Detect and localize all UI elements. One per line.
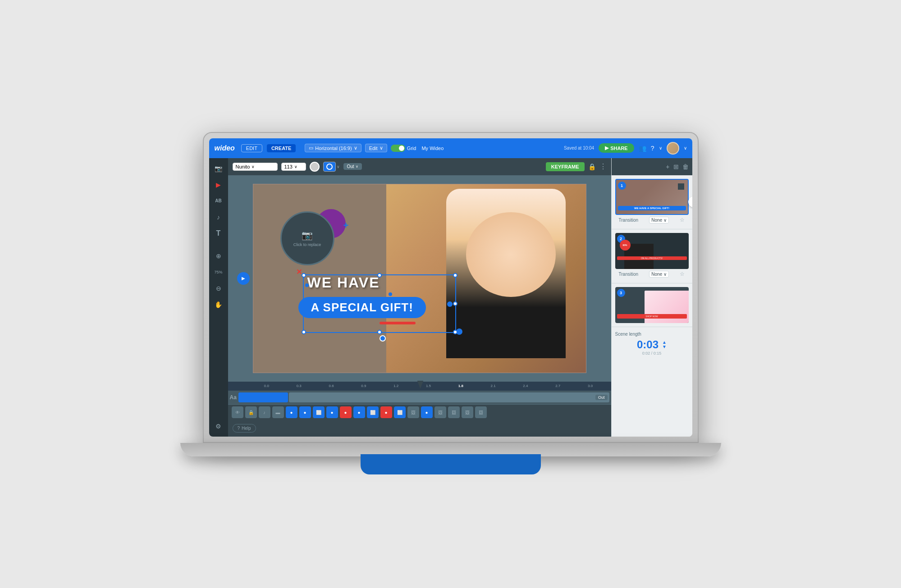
- ruler-2.4: 2.4: [509, 384, 542, 388]
- sidebar-item-zoom-out[interactable]: ⊖: [212, 282, 225, 295]
- timeline-aa-label: Aa: [230, 394, 237, 401]
- edit-button[interactable]: EDIT: [241, 144, 262, 152]
- logo: wideo: [215, 144, 235, 152]
- sidebar-item-ab[interactable]: AB: [212, 194, 225, 208]
- timeline-main-track[interactable]: Out: [289, 392, 609, 402]
- shape-icon-2[interactable]: ●: [299, 406, 311, 418]
- image-icon-4[interactable]: 🖼: [462, 406, 473, 418]
- text-color-picker[interactable]: ∨: [323, 162, 340, 172]
- image-icon-2[interactable]: 🖼: [434, 406, 446, 418]
- shape-icon-3[interactable]: ⬜: [313, 406, 325, 418]
- saved-text: Saved at 10:04: [564, 146, 594, 150]
- play-button[interactable]: ▶: [237, 272, 250, 285]
- eye-icon[interactable]: 👁: [232, 406, 243, 418]
- click-to-replace: Click to replace: [293, 242, 321, 247]
- sidebar-item-video[interactable]: ▶: [212, 178, 225, 191]
- canvas-text-line2[interactable]: A SPECIAL GIFT!: [298, 297, 426, 318]
- star-icon-2[interactable]: ☆: [680, 271, 685, 277]
- lock-icon[interactable]: 🔒: [245, 406, 257, 418]
- transition-row-1: Transition None ∨ ☆: [615, 215, 689, 225]
- toggle-switch[interactable]: [391, 145, 405, 152]
- keyframe-button[interactable]: KEYFRAME: [546, 162, 585, 171]
- trash-icon[interactable]: 🗑: [682, 163, 689, 170]
- chevron-down-icon: ∨: [663, 272, 667, 277]
- handle-bl[interactable]: [302, 330, 306, 334]
- color-picker-circle[interactable]: [310, 162, 320, 172]
- topbar: wideo EDIT CREATE ▭ Horizontal (16:9) ∨ …: [209, 138, 692, 158]
- photo-placeholder[interactable]: 📷 Click to replace: [280, 211, 334, 265]
- film-icon[interactable]: ▬: [272, 406, 284, 418]
- create-button[interactable]: CREATE: [267, 144, 296, 152]
- time-up-arrow[interactable]: ▲: [662, 340, 667, 345]
- shape-icon-5[interactable]: ●: [353, 406, 365, 418]
- more-options-icon[interactable]: ⋮: [599, 162, 607, 171]
- image-icon-3[interactable]: 🖼: [448, 406, 460, 418]
- canvas-text-line1[interactable]: WE HAVE: [307, 274, 380, 291]
- scene-thumb-1[interactable]: 1 WE HAVE A SPECIAL GIFT!: [615, 179, 689, 215]
- scene-thumb-2[interactable]: 2 60% ON ALL PRODUCTS!: [615, 233, 689, 269]
- canvas[interactable]: 📷 Click to replace +: [253, 184, 586, 373]
- scene-card-3: 3 SHOP NOW: [612, 283, 692, 327]
- sidebar-item-text[interactable]: T: [212, 227, 225, 240]
- font-selector[interactable]: Nunito ∨: [233, 163, 278, 171]
- shape-icon-red-2[interactable]: ●: [380, 406, 392, 418]
- plus-icon[interactable]: +: [666, 163, 669, 170]
- shape-icon-8[interactable]: ●: [421, 406, 433, 418]
- handle-bc[interactable]: [377, 330, 382, 334]
- avatar-chevron-icon[interactable]: ∨: [684, 146, 687, 150]
- sidebar-item-camera[interactable]: 📷: [212, 162, 225, 175]
- time-down-arrow[interactable]: ▼: [662, 345, 667, 349]
- sale-text: ON ALL PRODUCTS!: [617, 256, 687, 260]
- rotate-handle[interactable]: [380, 335, 386, 342]
- timeline-ruler: 0.0 0.3 0.6 0.9 1.2 1.5 1.8 2.1 2.4 2.: [228, 382, 611, 391]
- chevron-down-icon[interactable]: ∨: [659, 146, 662, 150]
- image-icon-5[interactable]: 🖼: [475, 406, 487, 418]
- handle-mr[interactable]: [453, 301, 457, 306]
- scene-label-1: WE HAVE A SPECIAL GIFT!: [618, 206, 686, 210]
- image-icon-1[interactable]: 🖼: [407, 406, 419, 418]
- shape-icon-1[interactable]: ●: [286, 406, 297, 418]
- shape-icon-7[interactable]: ⬜: [394, 406, 406, 418]
- edit-menu[interactable]: Edit ∨: [365, 144, 387, 152]
- track-start-block[interactable]: [238, 392, 288, 402]
- grid-toggle[interactable]: Grid: [391, 145, 416, 152]
- sidebar-item-settings[interactable]: ⚙: [212, 419, 225, 433]
- transition-select-2[interactable]: None ∨: [649, 271, 669, 278]
- scene-thumb-3[interactable]: 3 SHOP NOW: [615, 287, 689, 323]
- lock-icon[interactable]: 🔒: [588, 163, 596, 170]
- share-button[interactable]: ▶ SHARE: [599, 143, 634, 153]
- chevron-next-button[interactable]: ❯: [688, 196, 692, 207]
- ruler-0.0: 0.0: [251, 384, 283, 388]
- right-panel-header: + ⊞ 🗑: [612, 158, 692, 175]
- transition-row-2: Transition None ∨ ☆: [615, 269, 689, 279]
- chevron-down-icon: ∨: [663, 218, 667, 223]
- out-button[interactable]: Out ∨: [343, 163, 362, 170]
- add-user-icon[interactable]: 👥: [639, 145, 646, 152]
- star-icon-1[interactable]: ☆: [680, 217, 685, 223]
- handle-tl[interactable]: [302, 273, 306, 278]
- scene-time-display: 0:03: [637, 338, 659, 351]
- handle-tr[interactable]: [453, 273, 457, 278]
- shape-icon-6[interactable]: ⬜: [367, 406, 379, 418]
- topbar-middle: ▭ Horizontal (16:9) ∨ Edit ∨ Grid: [305, 144, 559, 152]
- sidebar-item-hand[interactable]: ✋: [212, 298, 225, 311]
- music-icon[interactable]: ♪: [259, 406, 270, 418]
- copy-icon[interactable]: ⊞: [673, 163, 679, 170]
- monitor-icon: ▭: [309, 145, 313, 151]
- delete-x-button[interactable]: ✕: [296, 268, 302, 276]
- ruler-0.9: 0.9: [348, 384, 380, 388]
- handle-br[interactable]: [453, 330, 457, 334]
- scene3-text: SHOP NOW: [617, 314, 687, 319]
- sidebar-item-zoom-in[interactable]: ⊕: [212, 249, 225, 263]
- help-icon[interactable]: ?: [651, 145, 654, 152]
- shape-icon-4[interactable]: ●: [326, 406, 338, 418]
- canvas-area: Nunito ∨ 113 ∨: [228, 158, 611, 437]
- font-size-selector[interactable]: 113 ∨: [281, 163, 306, 171]
- sidebar-item-music[interactable]: ♪: [212, 210, 225, 224]
- avatar[interactable]: [667, 142, 679, 155]
- scene-number-3: 3: [617, 289, 625, 297]
- shape-icon-red-1[interactable]: ●: [340, 406, 352, 418]
- transition-select-1[interactable]: None ∨: [649, 217, 669, 223]
- format-select[interactable]: ▭ Horizontal (16:9) ∨: [305, 144, 361, 152]
- help-button[interactable]: ? Help: [233, 424, 256, 433]
